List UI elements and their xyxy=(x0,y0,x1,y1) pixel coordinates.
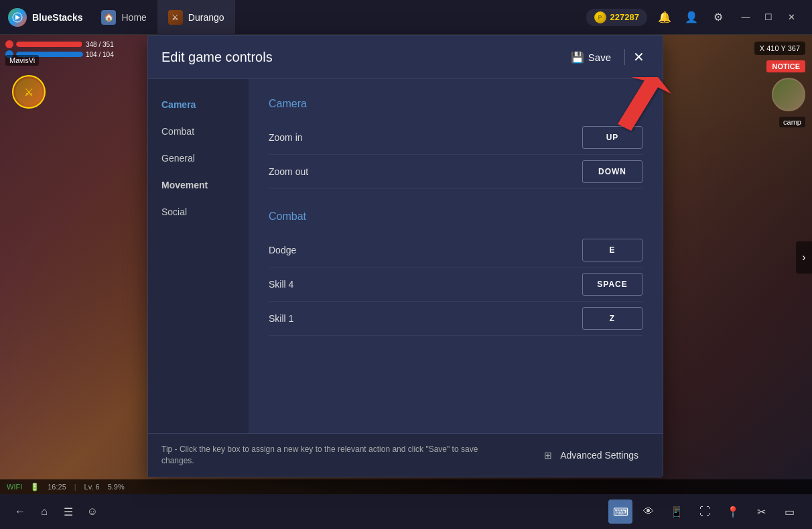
sidebar-item-movement[interactable]: Movement xyxy=(148,173,249,197)
dodge-key-btn[interactable]: E xyxy=(582,239,642,261)
skill1-key-btn[interactable]: Z xyxy=(582,307,642,330)
header-divider xyxy=(624,49,625,65)
edit-controls-dialog: Edit game controls 💾 Save ✕ Camera Comba… xyxy=(147,35,663,477)
dialog-header: Edit game controls 💾 Save ✕ xyxy=(148,36,663,79)
advanced-settings-button[interactable]: ⊞ Advanced Settings xyxy=(531,443,649,467)
skill1-row: Skill 1 Z xyxy=(269,302,642,336)
sidebar-item-social[interactable]: Social xyxy=(148,200,249,224)
sidebar-item-combat[interactable]: Combat xyxy=(148,119,249,143)
dialog-title: Edit game controls xyxy=(161,50,273,65)
dialog-header-actions: 💾 Save ✕ xyxy=(560,46,649,68)
modal-overlay: Edit game controls 💾 Save ✕ Camera Comba… xyxy=(0,0,812,529)
save-icon: 💾 xyxy=(571,51,584,64)
skill4-label: Skill 4 xyxy=(269,279,293,290)
zoom-out-key-btn[interactable]: DOWN xyxy=(582,160,642,183)
sidebar-item-general[interactable]: General xyxy=(148,146,249,170)
zoom-out-row: Zoom out DOWN xyxy=(269,155,642,189)
dodge-row: Dodge E xyxy=(269,233,642,268)
tip-text: Tip - Click the key box to assign a new … xyxy=(161,444,496,467)
dodge-label: Dodge xyxy=(269,245,296,255)
combat-section-header: Combat xyxy=(269,211,642,223)
dialog-close-button[interactable]: ✕ xyxy=(628,46,649,68)
zoom-in-key-btn[interactable]: UP xyxy=(582,126,642,149)
camera-section-header: Camera xyxy=(269,98,642,110)
zoom-in-row: Zoom in UP xyxy=(269,121,642,155)
dialog-content: Camera Zoom in UP Zoom out DOWN Combat D… xyxy=(249,79,663,433)
dialog-sidebar: Camera Combat General Movement Social xyxy=(148,79,249,433)
save-label: Save xyxy=(588,52,611,63)
skill4-key-btn[interactable]: SPACE xyxy=(582,273,642,296)
dialog-footer: Tip - Click the key box to assign a new … xyxy=(148,433,663,477)
advanced-settings-icon: ⊞ xyxy=(541,449,555,462)
skill1-label: Skill 1 xyxy=(269,313,293,324)
section-spacer xyxy=(269,189,642,205)
advanced-settings-label: Advanced Settings xyxy=(560,450,638,461)
save-button[interactable]: 💾 Save xyxy=(560,47,622,68)
skill4-row: Skill 4 SPACE xyxy=(269,268,642,302)
zoom-out-label: Zoom out xyxy=(269,166,308,177)
zoom-in-label: Zoom in xyxy=(269,132,303,143)
dialog-body: Camera Combat General Movement Social Ca… xyxy=(148,79,663,433)
sidebar-item-camera[interactable]: Camera xyxy=(148,93,249,117)
